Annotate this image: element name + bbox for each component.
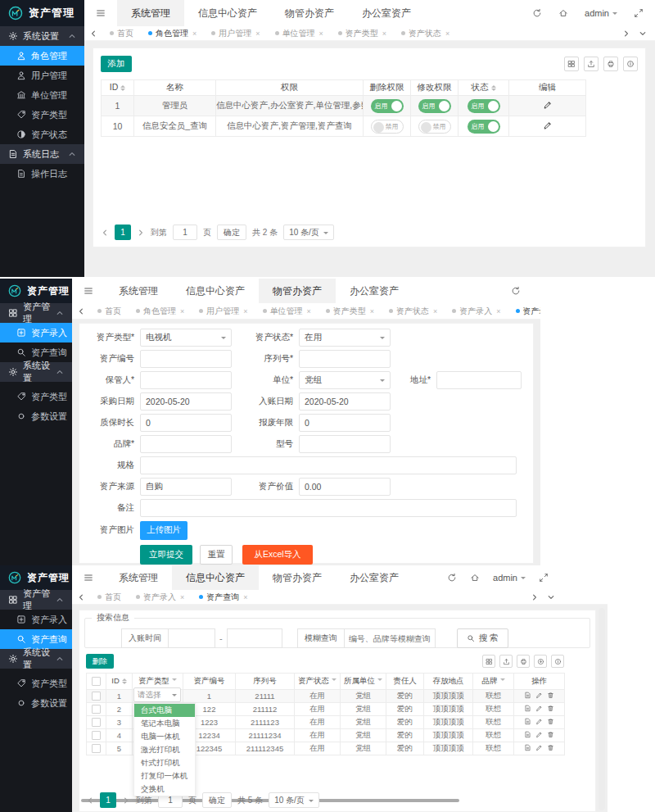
next-page-button[interactable] [122,796,130,805]
per-page-select[interactable]: 10 条/页 [269,792,319,808]
purchase-date-input[interactable] [140,392,232,411]
type-filter-select[interactable]: 请选择 [133,687,181,702]
menu-toggle-icon[interactable] [84,8,117,18]
info-icon[interactable] [623,57,638,71]
goto-page-input[interactable] [173,225,197,240]
export-icon[interactable] [584,57,599,71]
tab-home[interactable]: 首页 [90,303,129,319]
tabs-menu-icon[interactable] [547,593,555,601]
tabs-scroll-left[interactable] [84,29,102,38]
add-button[interactable]: 添加 [101,56,132,72]
nav-property-office-assets[interactable]: 物管办资产 [271,0,348,26]
date-to-input[interactable] [227,628,282,648]
tabs-scroll-left[interactable] [72,593,90,601]
sidebar-group-system-settings[interactable]: 系统设置 [0,649,72,669]
nav-info-center-assets[interactable]: 信息中心资产 [184,0,271,26]
dropdown-option[interactable]: 交换机 [134,783,195,796]
close-icon[interactable]: × [192,29,196,38]
tab-home[interactable]: 首页 [90,590,129,604]
home-icon[interactable] [470,573,480,583]
edit-icon[interactable] [535,731,543,738]
print-icon[interactable] [603,57,618,71]
sidebar-group-system-settings[interactable]: 系统设置 [0,26,84,46]
sidebar-item-user-management[interactable]: 用户管理 [0,66,84,85]
vertical-scrollbar[interactable] [599,608,605,810]
edit-icon[interactable] [535,744,543,751]
current-page[interactable]: 1 [100,792,116,808]
nav-office-assets[interactable]: 办公室资产 [336,565,413,591]
delete-icon[interactable] [547,692,554,699]
warranty-input[interactable] [140,414,232,432]
dropdown-option[interactable]: 针式打印机 [134,756,195,769]
sidebar-group-system-settings[interactable]: 系统设置 [0,362,72,382]
delete-button[interactable]: 删除 [86,654,114,669]
view-icon[interactable] [524,718,531,725]
sidebar-group-system-log[interactable]: 系统日志 [0,144,84,164]
dropdown-option[interactable]: 打复印一体机 [134,769,195,783]
prev-page-button[interactable] [86,796,94,805]
asset-value-input[interactable] [299,478,391,496]
delete-icon[interactable] [547,705,554,712]
close-icon[interactable]: × [370,307,374,315]
delete-icon[interactable] [547,718,554,725]
refresh-icon[interactable] [511,286,521,296]
edit-icon[interactable] [543,120,553,130]
close-icon[interactable]: × [180,593,184,601]
date-from-input[interactable] [168,628,215,648]
row-checkbox[interactable] [92,705,101,714]
row-checkbox[interactable] [92,744,101,753]
tabs-menu-icon[interactable] [639,29,647,38]
sidebar-item-asset-entry[interactable]: 资产录入 [0,610,72,629]
tab-user-management[interactable]: 用户管理× [192,303,255,319]
delete-perm-toggle[interactable]: 启用 [371,99,404,113]
close-icon[interactable]: × [433,307,437,315]
info-icon[interactable] [551,655,564,668]
reset-button[interactable]: 重置 [200,545,233,565]
entry-date-input[interactable] [299,392,391,411]
tab-asset-type[interactable]: 资产类型× [331,26,394,40]
close-icon[interactable]: × [255,29,260,38]
dropdown-option[interactable]: 激光打印机 [134,743,195,756]
sidebar-item-asset-type[interactable]: 资产类型 [0,105,84,125]
view-icon[interactable] [524,731,531,738]
tabs-scroll-left[interactable] [72,307,90,315]
columns-icon[interactable] [564,57,579,71]
address-input[interactable] [436,371,522,389]
nav-info-center-assets[interactable]: 信息中心资产 [172,565,259,591]
dropdown-option[interactable]: 台式电脑 [134,704,195,717]
col-brand[interactable]: 品牌 [473,674,514,690]
close-icon[interactable]: × [445,29,449,38]
brand-input[interactable] [140,435,232,453]
modify-perm-toggle[interactable]: 禁用 [418,120,451,134]
fullscreen-icon[interactable] [634,8,644,18]
fullscreen-icon[interactable] [539,573,549,583]
tabs-scroll-right[interactable] [622,29,630,38]
unit-select[interactable]: 党组 [299,371,391,389]
sidebar-item-asset-entry[interactable]: 资产录入 [0,323,72,342]
modify-perm-toggle[interactable]: 启用 [418,99,451,113]
col-id[interactable]: ID [106,674,133,690]
sidebar-item-parameter-settings[interactable]: 参数设置 [0,693,72,713]
asset-type-select[interactable]: 电视机 [140,329,232,347]
row-checkbox[interactable] [92,718,101,727]
tab-asset-type[interactable]: 资产类型× [318,303,382,319]
status-toggle[interactable]: 启用 [468,120,500,134]
sidebar-item-asset-status[interactable]: 资产状态 [0,125,84,144]
sidebar-item-asset-type[interactable]: 资产类型 [0,674,72,693]
sidebar-item-operation-log[interactable]: 操作日志 [0,164,84,184]
source-input[interactable] [140,478,232,496]
tab-asset-entry[interactable]: 资产录入× [129,590,192,604]
close-icon[interactable]: × [382,29,386,38]
close-icon[interactable]: × [319,29,323,38]
keeper-input[interactable] [140,371,232,389]
nav-system-management[interactable]: 系统管理 [105,565,172,591]
status-toggle[interactable]: 启用 [468,99,500,113]
prev-page-button[interactable] [101,229,109,237]
delete-icon[interactable] [547,744,554,751]
edit-icon[interactable] [543,100,553,110]
user-menu[interactable]: admin [585,8,617,18]
delete-icon[interactable] [547,731,554,738]
columns-icon[interactable] [482,655,495,668]
sidebar-group-asset-management[interactable]: 资产管理 [0,303,72,323]
per-page-select[interactable]: 10 条/页 [283,225,334,240]
